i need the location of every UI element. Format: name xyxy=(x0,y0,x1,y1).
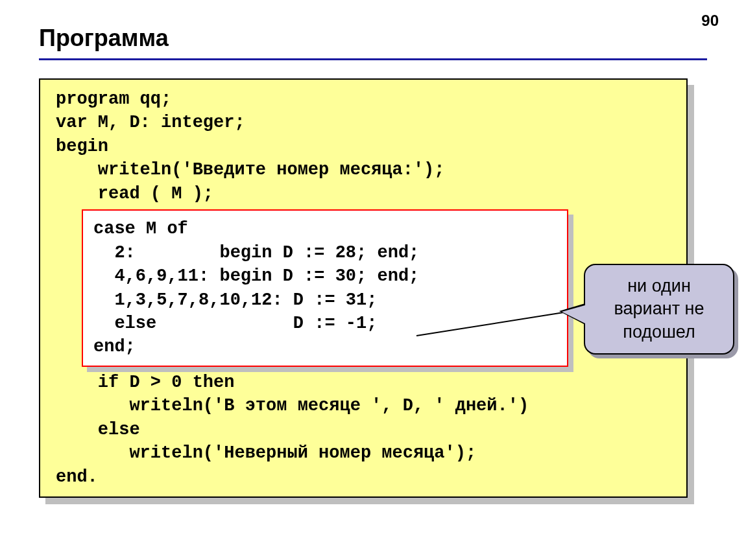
code-line: read ( M ); xyxy=(56,182,673,205)
slide-title: Программа xyxy=(39,25,707,52)
code-line: end. xyxy=(56,465,673,489)
callout-wrapper: ни один вариант не подошел xyxy=(584,264,734,355)
callout-text: ни один вариант не подошел xyxy=(594,275,724,343)
slide-page: 90 Программа program qq; var M, D: integ… xyxy=(0,0,746,560)
code-line: writeln('В этом месяце ', D, ' дней.') xyxy=(56,394,673,417)
callout-bubble: ни один вариант не подошел xyxy=(584,264,734,355)
code-line: end; xyxy=(93,335,557,358)
code-line: 4,6,9,11: begin D := 30; end; xyxy=(93,264,557,288)
highlighted-case-block: case M of 2: begin D := 28; end; 4,6,9,1… xyxy=(82,209,568,367)
inset-box: case M of 2: begin D := 28; end; 4,6,9,1… xyxy=(82,209,568,367)
code-line: 2: begin D := 28; end; xyxy=(93,241,557,264)
code-line: begin xyxy=(56,135,673,158)
code-line: writeln('Неверный номер месяца'); xyxy=(56,441,673,465)
callout-tail xyxy=(562,305,585,323)
code-line: writeln('Введите номер месяца:'); xyxy=(56,158,673,181)
code-line: var M, D: integer; xyxy=(56,111,673,134)
code-line: if D > 0 then xyxy=(56,371,673,394)
code-line: case M of xyxy=(93,217,557,240)
page-number: 90 xyxy=(701,12,719,30)
title-underline xyxy=(39,58,707,60)
code-block-wrapper: program qq; var M, D: integer; begin wri… xyxy=(39,78,688,498)
code-line: program qq; xyxy=(56,88,673,111)
code-line: 1,3,5,7,8,10,12: D := 31; xyxy=(93,288,557,312)
code-line: else xyxy=(56,418,673,441)
